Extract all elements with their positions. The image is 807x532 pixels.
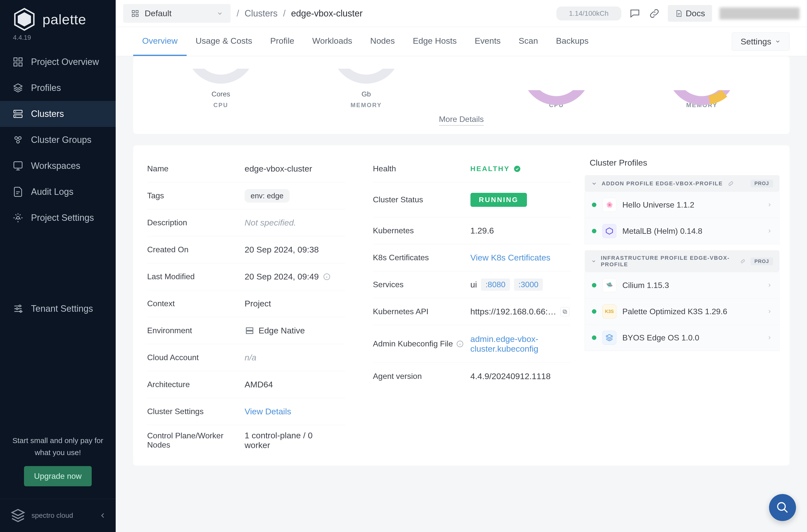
status-dot-icon (592, 229, 596, 233)
details-card: Nameedge-vbox-cluster Tagsenv: edge Desc… (133, 145, 789, 466)
breadcrumb-parent[interactable]: Clusters (245, 8, 278, 19)
service-name: ui (470, 280, 477, 289)
details-col-middle: HealthHEALTHY Cluster StatusRUNNING Kube… (359, 155, 585, 456)
sidebar-item-profiles[interactable]: Profiles (0, 75, 116, 101)
svg-point-10 (15, 137, 18, 139)
layer-icon: 🌸 (602, 198, 616, 212)
profile-header-addon[interactable]: ADDON PROFILE EDGE-VBOX-PROFILE PROJ (585, 175, 780, 192)
svg-rect-2 (14, 58, 17, 61)
layer-item[interactable]: MetalLB (Helm) 0.14.8 (585, 218, 780, 244)
tab-workloads[interactable]: Workloads (303, 27, 361, 56)
trial-text: Start small and only pay for what you us… (10, 435, 106, 459)
value-status: RUNNING (470, 193, 527, 207)
svg-point-8 (15, 111, 16, 112)
breadcrumb: / Clusters / edge-vbox-cluster (237, 8, 362, 19)
tab-edge-hosts[interactable]: Edge Hosts (404, 27, 466, 56)
sidebar-nav: Project Overview Profiles Clusters Clust… (0, 49, 116, 427)
gauges-card: Cores CPU Gb MEMORY CPU MEMORY M (133, 56, 789, 134)
sidebar-item-label: Audit Logs (31, 187, 73, 197)
tab-scan[interactable]: Scan (510, 27, 547, 56)
tab-nodes[interactable]: Nodes (361, 27, 404, 56)
tab-overview[interactable]: Overview (133, 27, 187, 56)
layer-item[interactable]: K3S Palette Optimized K3S 1.29.6 (585, 299, 780, 325)
spectro-icon (9, 507, 27, 525)
svg-rect-30 (564, 311, 567, 314)
info-icon[interactable] (456, 340, 464, 348)
layer-item[interactable]: 🛸 Cilium 1.15.3 (585, 272, 780, 299)
breadcrumb-current: edge-vbox-cluster (291, 8, 362, 19)
value-api: https://192.168.0.66:… (470, 307, 557, 317)
sidebar-item-tenant-settings[interactable]: Tenant Settings (0, 296, 116, 322)
chevron-right-icon (767, 283, 772, 288)
label-description: Description (147, 218, 245, 227)
chevron-down-icon (217, 10, 223, 17)
sidebar-item-project-settings[interactable]: Project Settings (0, 205, 116, 231)
sidebar-item-audit-logs[interactable]: Audit Logs (0, 179, 116, 205)
collapse-sidebar-icon[interactable] (99, 512, 107, 519)
gauge-value: Gb (361, 90, 371, 98)
gear-icon (13, 212, 23, 223)
docs-button[interactable]: Docs (668, 5, 712, 22)
log-icon (13, 186, 23, 197)
service-port-2[interactable]: :3000 (514, 279, 543, 291)
layer-icon (602, 331, 616, 345)
svg-rect-3 (19, 58, 22, 61)
tab-events[interactable]: Events (466, 27, 510, 56)
service-port-1[interactable]: :8080 (481, 279, 510, 291)
profiles-title: Cluster Profiles (585, 155, 780, 175)
svg-rect-5 (19, 63, 22, 66)
layer-icon: 🛸 (602, 278, 616, 292)
cluster-settings-dropdown[interactable]: Settings (732, 33, 789, 51)
label-api: Kubernetes API (373, 307, 470, 316)
svg-rect-4 (14, 63, 17, 66)
gauge-label: CPU (213, 102, 228, 109)
help-fab[interactable] (769, 494, 796, 521)
layer-item[interactable]: 🌸 Hello Universe 1.1.2 (585, 192, 780, 218)
layer-name: Cilium 1.15.3 (622, 281, 761, 290)
svg-point-12 (17, 140, 19, 143)
svg-rect-6 (14, 110, 22, 113)
status-dot-icon (592, 336, 596, 340)
copy-icon[interactable] (560, 307, 569, 316)
kubeconfig-link[interactable]: admin.edge-vbox-cluster.kubeconfig (470, 334, 550, 354)
svg-point-23 (336, 69, 396, 79)
link-icon[interactable] (648, 7, 660, 19)
sidebar-item-cluster-groups[interactable]: Cluster Groups (0, 127, 116, 153)
profile-header-infra[interactable]: INFRASTRUCTURE PROFILE EDGE-VBOX-PROFILE… (585, 250, 780, 272)
svg-rect-7 (14, 115, 22, 118)
label-cp-nodes: Control Plane/Worker Nodes (147, 431, 245, 450)
label-health: Health (373, 164, 470, 173)
sidebar-item-clusters[interactable]: Clusters (0, 101, 116, 127)
sidebar-item-label: Clusters (31, 109, 64, 119)
svg-rect-31 (563, 310, 566, 312)
chat-icon[interactable] (629, 7, 641, 19)
search-shortcut[interactable]: 1.14/100kCh (557, 6, 621, 20)
view-certs-link[interactable]: View K8s Certificates (470, 253, 551, 263)
sidebar-item-label: Workspaces (31, 160, 80, 171)
info-icon[interactable] (323, 273, 331, 281)
project-selector[interactable]: Default (123, 4, 231, 23)
logo-mark-icon (13, 7, 36, 31)
more-details-link[interactable]: More Details (439, 115, 484, 126)
view-details-link[interactable]: View Details (245, 406, 291, 416)
tab-usage[interactable]: Usage & Costs (187, 27, 261, 56)
profile-header-label: ADDON PROFILE EDGE-VBOX-PROFILE (602, 180, 723, 187)
status-dot-icon (592, 283, 596, 287)
link-icon (740, 258, 746, 265)
tab-profile[interactable]: Profile (261, 27, 303, 56)
gauge-label: MEMORY (351, 102, 382, 109)
chevron-down-icon (775, 38, 781, 44)
svg-point-14 (17, 216, 19, 219)
user-menu[interactable] (719, 7, 800, 19)
profiles-panel: Cluster Profiles ADDON PROFILE EDGE-VBOX… (585, 155, 789, 456)
tab-backups[interactable]: Backups (547, 27, 597, 56)
layer-item[interactable]: BYOS Edge OS 1.0.0 (585, 325, 780, 351)
gauge-memory-left: Gb MEMORY (329, 69, 404, 109)
value-k8s: 1.29.6 (470, 226, 494, 235)
sidebar-item-workspaces[interactable]: Workspaces (0, 153, 116, 179)
value-modified: 20 Sep 2024, 09:49 (245, 272, 319, 282)
upgrade-button[interactable]: Upgrade now (24, 466, 91, 486)
profile-section-infra: INFRASTRUCTURE PROFILE EDGE-VBOX-PROFILE… (585, 250, 780, 351)
sidebar-item-project-overview[interactable]: Project Overview (0, 49, 116, 75)
workspace-icon (13, 160, 23, 171)
